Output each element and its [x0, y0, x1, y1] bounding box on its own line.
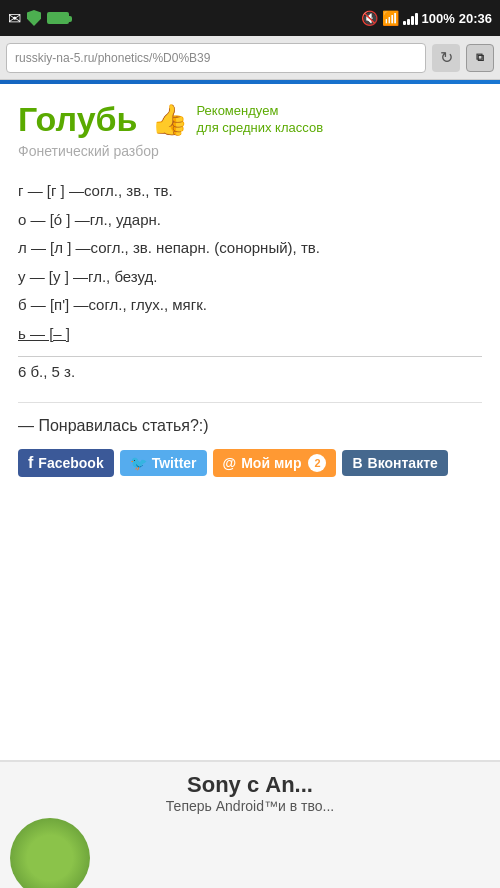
facebook-button[interactable]: f Facebook	[18, 449, 114, 477]
moy-mir-button[interactable]: @ Мой мир 2	[213, 449, 337, 477]
status-left-icons: ✉	[8, 9, 69, 28]
bar1	[403, 21, 406, 25]
browser-bar: russkiy-na-5.ru/phonetics/%D0%B39 ↻ ⧉	[0, 36, 500, 80]
vk-label: Вконтакте	[368, 455, 438, 471]
wifi-icon: 📶	[382, 10, 399, 26]
page-title: Голубь	[18, 100, 137, 139]
ad-subtitle: Теперь Android™и в тво...	[16, 798, 484, 814]
page-header: Голубь 👍 Рекомендуемдля средних классов	[18, 100, 482, 139]
facebook-icon: f	[28, 454, 33, 472]
bar3	[411, 16, 414, 25]
facebook-label: Facebook	[38, 455, 103, 471]
moy-mir-icon: @	[223, 455, 237, 471]
vkontakte-button[interactable]: В Вконтакте	[342, 450, 447, 476]
phonetics-table: г — [г ] —согл., зв., тв. о — [ó ] —гл.,…	[18, 177, 482, 348]
rec-text: Рекомендуемдля средних классов	[196, 103, 323, 137]
bar2	[407, 19, 410, 25]
ad-circle-decoration	[10, 818, 90, 888]
phonetic-row: у — [у ] —гл., безуд.	[18, 263, 482, 292]
tab-button[interactable]: ⧉	[466, 44, 494, 72]
status-bar: ✉ 🔇 📶 100% 20:36	[0, 0, 500, 36]
shield-icon	[27, 10, 41, 26]
phonetic-row: г — [г ] —согл., зв., тв.	[18, 177, 482, 206]
count-line: 6 б., 5 з.	[18, 356, 482, 384]
twitter-label: Twitter	[152, 455, 197, 471]
status-right-icons: 🔇 📶 100% 20:36	[361, 10, 493, 26]
divider	[18, 402, 482, 403]
battery-icon	[47, 12, 69, 24]
moy-mir-badge: 2	[308, 454, 326, 472]
reload-button[interactable]: ↻	[432, 44, 460, 72]
reload-icon: ↻	[440, 48, 453, 67]
battery-percent: 100%	[422, 11, 455, 26]
vk-icon: В	[352, 455, 362, 471]
phonetic-row: л — [л ] —согл., зв. непарн. (сонорный),…	[18, 234, 482, 263]
subtitle: Фонетический разбор	[18, 143, 482, 159]
envelope-icon: ✉	[8, 9, 21, 28]
url-text: russkiy-na-5.ru/phonetics/%D0%B39	[15, 51, 210, 65]
phonetic-row-last: ь — [– ]	[18, 320, 482, 349]
bar4	[415, 13, 418, 25]
ad-banner: Sony с An... Теперь Android™и в тво...	[0, 760, 500, 888]
phonetic-row: о — [ó ] —гл., ударн.	[18, 206, 482, 235]
article-question: — Понравилась статья?:)	[18, 417, 482, 435]
tab-icon: ⧉	[476, 51, 484, 64]
social-buttons: f Facebook 🐦 Twitter @ Мой мир 2 В Вконт…	[18, 449, 482, 477]
main-content: Голубь 👍 Рекомендуемдля средних классов …	[0, 84, 500, 487]
thumbs-up-icon: 👍	[151, 102, 188, 137]
url-bar[interactable]: russkiy-na-5.ru/phonetics/%D0%B39	[6, 43, 426, 73]
time: 20:36	[459, 11, 492, 26]
phonetic-row: б — [п'] —согл., глух., мягк.	[18, 291, 482, 320]
twitter-icon: 🐦	[130, 455, 147, 471]
moy-mir-label: Мой мир	[241, 455, 301, 471]
signal-bars	[403, 11, 418, 25]
mute-icon: 🔇	[361, 10, 378, 26]
recommendation: 👍 Рекомендуемдля средних классов	[151, 102, 323, 137]
ad-title: Sony с An...	[16, 772, 484, 798]
twitter-button[interactable]: 🐦 Twitter	[120, 450, 207, 476]
